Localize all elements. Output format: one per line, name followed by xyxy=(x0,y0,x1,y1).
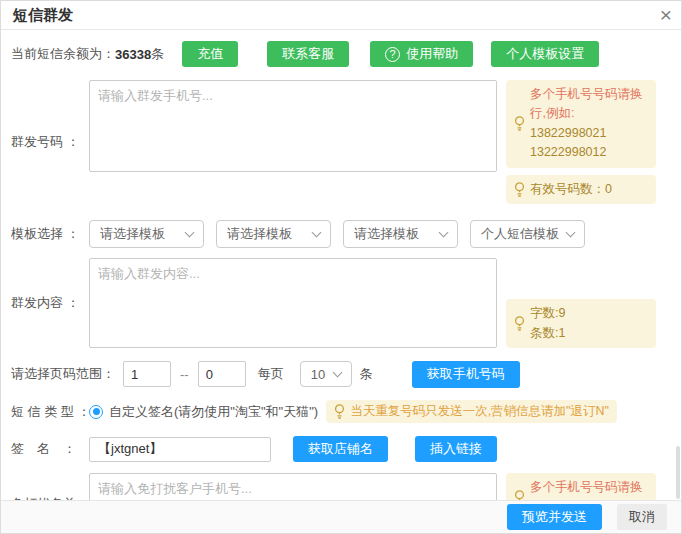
template-select-3[interactable]: 请选择模板 xyxy=(343,220,458,248)
dialog-body: 当前短信余额为：36338条 充值 联系客服 ? 使用帮助 个人模板设置 群发号… xyxy=(1,41,681,534)
preview-send-button[interactable]: 预览并发送 xyxy=(507,504,602,530)
sms-bulk-dialog: 短信群发 × 当前短信余额为：36338条 充值 联系客服 ? 使用帮助 个人模… xyxy=(0,0,682,534)
scrollbar-thumb[interactable] xyxy=(676,446,680,499)
recipients-label: 群发号码 ： xyxy=(11,133,89,151)
valid-count-text: 有效号码数：0 xyxy=(530,180,648,199)
per-page-select-value: 10 xyxy=(311,367,325,382)
content-row: 群发内容 ： 字数:9 条数:1 xyxy=(11,258,671,348)
contact-support-button[interactable]: 联系客服 xyxy=(267,41,349,67)
balance-amount: 36338 xyxy=(115,47,151,62)
bulb-icon xyxy=(514,182,525,197)
per-page-unit: 条 xyxy=(360,365,373,383)
valid-count-box: 有效号码数：0 xyxy=(506,175,656,204)
recipients-tips: 多个手机号号码请换行,例如: 13822998021 13222998012 有… xyxy=(506,80,656,204)
signature-input[interactable] xyxy=(89,437,271,462)
balance-label: 当前短信余额为： xyxy=(11,45,115,63)
count-tip-box: 字数:9 条数:1 xyxy=(506,299,656,348)
fetch-phone-numbers-button[interactable]: 获取手机号码 xyxy=(412,361,520,388)
recipients-tip-box: 多个手机号号码请换行,例如: 13822998021 13222998012 xyxy=(506,80,656,168)
chevron-down-icon xyxy=(439,227,449,237)
template-label: 模板选择 ： xyxy=(11,225,89,243)
signature-row: 签 名 ： 获取店铺名 插入链接 xyxy=(11,436,671,462)
recipients-row: 群发号码 ： 多个手机号号码请换行,例如: 13822998021 132229… xyxy=(11,80,671,204)
dialog-header: 短信群发 × xyxy=(1,1,681,30)
count-tip-text: 字数:9 条数:1 xyxy=(530,304,648,343)
dialog-title: 短信群发 xyxy=(13,6,73,25)
page-range-row: 请选择页码范围： -- 每页 10 条 获取手机号码 xyxy=(11,361,671,388)
repeat-warning-text: 当天重复号码只发送一次,营销信息请加"退订N" xyxy=(350,402,609,421)
recipients-tip-text: 多个手机号号码请换行,例如: 13822998021 13222998012 xyxy=(530,85,648,163)
balance-unit: 条 xyxy=(151,45,164,63)
radio-dot xyxy=(93,408,100,415)
bulb-icon xyxy=(514,116,525,131)
get-shop-name-button[interactable]: 获取店铺名 xyxy=(293,436,388,462)
example-number-2: 13222998012 xyxy=(530,143,648,162)
sms-type-label: 短 信 类 型 ： xyxy=(11,403,89,421)
recharge-button[interactable]: 充值 xyxy=(182,41,238,67)
template-row: 模板选择 ： 请选择模板 请选择模板 请选择模板 个人短信模板 xyxy=(11,220,671,248)
personal-template-select[interactable]: 个人短信模板 xyxy=(470,220,585,248)
chevron-down-icon xyxy=(566,227,576,237)
chevron-down-icon xyxy=(312,227,322,237)
template-select-1-value: 请选择模板 xyxy=(100,225,165,243)
tip-intro: 多个手机号号码请换行,例如: xyxy=(530,87,643,120)
personal-template-settings-button[interactable]: 个人模板设置 xyxy=(491,41,599,67)
recipients-textarea[interactable] xyxy=(89,80,497,172)
question-circle-icon: ? xyxy=(385,47,400,62)
custom-signature-radio[interactable] xyxy=(89,405,103,419)
content-label: 群发内容 ： xyxy=(11,294,89,312)
bulb-icon xyxy=(334,404,345,419)
balance-row: 当前短信余额为：36338条 充值 联系客服 ? 使用帮助 个人模板设置 xyxy=(11,41,671,67)
msg-count: 条数:1 xyxy=(530,324,648,343)
insert-link-button[interactable]: 插入链接 xyxy=(415,436,497,462)
template-select-2[interactable]: 请选择模板 xyxy=(216,220,331,248)
page-start-input[interactable] xyxy=(123,361,171,387)
template-select-1[interactable]: 请选择模板 xyxy=(89,220,204,248)
example-number-1: 13822998021 xyxy=(530,124,648,143)
char-count: 字数:9 xyxy=(530,304,648,323)
content-textarea[interactable] xyxy=(89,258,497,348)
chevron-down-icon xyxy=(332,368,342,378)
per-page-label: 每页 xyxy=(258,365,284,383)
page-range-separator: -- xyxy=(180,367,189,382)
page-range-label: 请选择页码范围： xyxy=(11,365,115,383)
repeat-warning-box: 当天重复号码只发送一次,营销信息请加"退订N" xyxy=(326,400,617,423)
per-page-select[interactable]: 10 xyxy=(300,361,352,387)
template-select-2-value: 请选择模板 xyxy=(227,225,292,243)
close-icon[interactable]: × xyxy=(660,2,672,28)
personal-template-select-value: 个人短信模板 xyxy=(481,225,559,243)
template-select-3-value: 请选择模板 xyxy=(354,225,419,243)
page-end-input[interactable] xyxy=(198,361,246,387)
chevron-down-icon xyxy=(185,227,195,237)
cancel-button[interactable]: 取消 xyxy=(617,504,667,530)
bulb-icon xyxy=(514,316,525,331)
help-button-label: 使用帮助 xyxy=(406,45,458,63)
content-tips: 字数:9 条数:1 xyxy=(506,258,656,348)
help-button[interactable]: ? 使用帮助 xyxy=(370,41,473,67)
signature-label: 签 名 ： xyxy=(11,440,89,458)
sms-type-row: 短 信 类 型 ： 自定义签名(请勿使用"淘宝"和"天猫") 当天重复号码只发送… xyxy=(11,400,671,423)
dialog-footer: 预览并发送 取消 xyxy=(1,500,681,533)
custom-signature-radio-label: 自定义签名(请勿使用"淘宝"和"天猫") xyxy=(109,403,318,421)
